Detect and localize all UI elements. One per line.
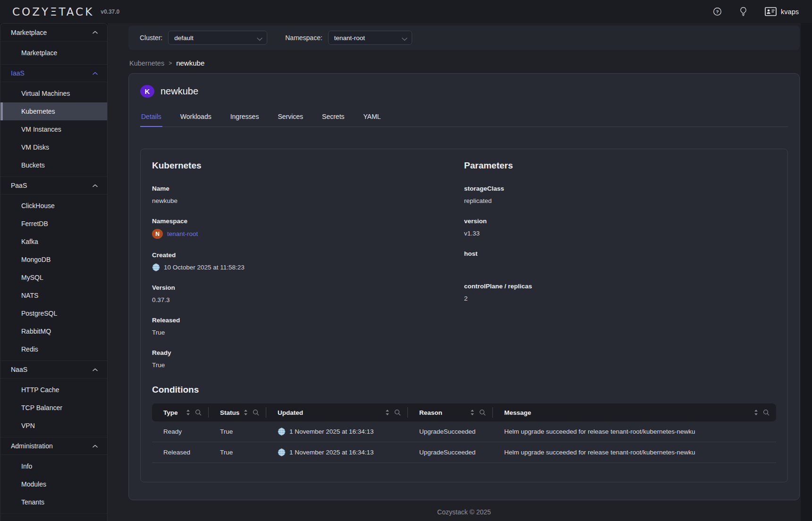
sort-icon[interactable]: [186, 409, 191, 416]
search-icon[interactable]: [479, 409, 486, 416]
chevron-up-icon: [93, 445, 98, 448]
details-grid: Kubernetes Name newkube Namespace N: [152, 160, 776, 382]
details-right-title: Parameters: [464, 160, 776, 171]
user-name: kvaps: [781, 8, 799, 16]
field-ready: Ready True: [152, 349, 464, 369]
sidebar-item-vm-instances[interactable]: VM Instances: [0, 120, 107, 138]
top-header: COZYΞTACK v0.37.0 ? kvaps: [0, 0, 812, 23]
field-value: replicated: [464, 196, 776, 205]
lightbulb-icon[interactable]: [740, 7, 747, 17]
sidebar-section-header-administration[interactable]: Administration: [0, 437, 107, 455]
tab-details[interactable]: Details: [140, 109, 162, 127]
field-label: Ready: [152, 349, 464, 356]
field-label: Created: [152, 252, 464, 259]
sort-icon[interactable]: [385, 409, 390, 416]
help-icon[interactable]: ?: [713, 7, 722, 16]
sidebar-item-clickhouse[interactable]: ClickHouse: [0, 197, 107, 215]
sidebar-item-ferretdb[interactable]: FerretDB: [0, 215, 107, 233]
sidebar-item-http-cache[interactable]: HTTP Cache: [0, 381, 107, 399]
cell-status: True: [209, 449, 266, 456]
sidebar-section-iaas: IaaS Virtual Machines Kubernetes VM Inst…: [0, 64, 107, 176]
field-label: Name: [152, 185, 464, 192]
field-storageclass: storageClass replicated: [464, 185, 776, 205]
sidebar-divider: [0, 513, 107, 516]
sort-icon[interactable]: [243, 409, 248, 416]
sort-icon[interactable]: [470, 409, 475, 416]
footer-copyright: Cozystack © 2025: [128, 500, 800, 521]
namespace-link[interactable]: tenant-root: [167, 230, 198, 237]
sort-icon[interactable]: [753, 409, 759, 416]
details-left-column: Kubernetes Name newkube Namespace N: [152, 160, 464, 382]
namespace-label: Namespace:: [285, 34, 322, 42]
chevron-down-icon: [257, 35, 262, 42]
cell-status: True: [209, 428, 266, 435]
cluster-select[interactable]: default: [168, 31, 267, 45]
tab-workloads[interactable]: Workloads: [179, 109, 212, 127]
sidebar-item-kafka[interactable]: Kafka: [0, 233, 107, 251]
field-released: Released True: [152, 317, 464, 336]
sidebar-item-tenants[interactable]: Tenants: [0, 493, 107, 511]
chevron-up-icon: [93, 72, 98, 75]
namespace-select[interactable]: tenant-root: [328, 31, 412, 45]
sidebar-item-mysql[interactable]: MySQL: [0, 269, 107, 286]
sidebar-item-marketplace[interactable]: Marketplace: [0, 44, 107, 62]
tab-services[interactable]: Services: [277, 109, 304, 127]
sidebar-section-header-marketplace[interactable]: Marketplace: [0, 24, 107, 42]
sidebar-item-tcp-balancer[interactable]: TCP Balancer: [0, 399, 107, 417]
table-row[interactable]: Ready True 1 November 2025 at 16:34:13 U…: [152, 421, 776, 442]
sidebar-item-vm-disks[interactable]: VM Disks: [0, 138, 107, 156]
field-value: [464, 261, 776, 270]
chevron-up-icon: [93, 31, 98, 34]
sidebar-item-virtual-machines[interactable]: Virtual Machines: [0, 84, 107, 102]
column-label: Type: [163, 409, 178, 416]
sidebar-section-header-iaas[interactable]: IaaS: [0, 64, 107, 82]
namespace-badge-icon: N: [152, 229, 163, 239]
details-panel: Kubernetes Name newkube Namespace N: [140, 149, 788, 482]
updated-value: 1 November 2025 at 16:34:13: [289, 428, 374, 435]
sidebar-section-marketplace: Marketplace Marketplace: [0, 24, 107, 64]
cell-type: Ready: [152, 428, 209, 435]
column-label: Status: [220, 409, 239, 416]
sidebar-section-paas: PaaS ClickHouse FerretDB Kafka MongoDB M…: [0, 176, 107, 361]
sidebar-item-redis[interactable]: Redis: [0, 340, 107, 358]
tab-ingresses[interactable]: Ingresses: [229, 109, 260, 127]
tab-bar: Details Workloads Ingresses Services Sec…: [140, 109, 788, 127]
sidebar-item-rabbitmq[interactable]: RabbitMQ: [0, 322, 107, 340]
search-icon[interactable]: [253, 409, 259, 416]
sidebar-item-nats[interactable]: NATS: [0, 286, 107, 304]
sidebar-item-vpn[interactable]: VPN: [0, 417, 107, 435]
column-label: Updated: [278, 409, 303, 416]
breadcrumb-kubernetes-link[interactable]: Kubernetes: [129, 59, 164, 67]
field-value: 10 October 2025 at 11:58:23: [152, 263, 464, 271]
chevron-up-icon: [93, 368, 98, 371]
table-row[interactable]: Released True 1 November 2025 at 16:34:1…: [152, 442, 776, 463]
sidebar-section-header-paas[interactable]: PaaS: [0, 176, 107, 194]
field-label: Namespace: [152, 218, 464, 225]
tab-yaml[interactable]: YAML: [363, 109, 382, 127]
field-value: 2: [464, 294, 776, 303]
field-value: N tenant-root: [152, 229, 464, 239]
sidebar-item-mongodb[interactable]: MongoDB: [0, 251, 107, 269]
namespace-select-value: tenant-root: [334, 34, 365, 42]
sidebar-item-buckets[interactable]: Buckets: [0, 156, 107, 174]
sidebar-item-info[interactable]: Info: [0, 457, 107, 475]
column-header-reason: Reason: [408, 407, 493, 418]
sidebar-item-postgresql[interactable]: PostgreSQL: [0, 304, 107, 322]
sidebar-item-kubernetes[interactable]: Kubernetes: [0, 102, 107, 120]
search-icon[interactable]: [763, 409, 770, 416]
details-right-column: Parameters storageClass replicated versi…: [464, 160, 776, 382]
field-k8s-version: version v1.33: [464, 218, 776, 237]
user-menu[interactable]: kvaps: [765, 7, 799, 16]
cell-message: Helm upgrade succeeded for release tenan…: [493, 449, 776, 456]
tab-secrets[interactable]: Secrets: [321, 109, 345, 127]
sidebar-item-modules[interactable]: Modules: [0, 475, 107, 493]
main-surface: Cluster: default Namespace: tenant-root …: [108, 23, 801, 521]
context-filter-bar: Cluster: default Namespace: tenant-root: [128, 25, 800, 50]
details-left-title: Kubernetes: [152, 160, 464, 171]
page-title: newkube: [161, 86, 198, 97]
search-icon[interactable]: [394, 409, 401, 416]
sidebar-section-header-naas[interactable]: NaaS: [0, 361, 107, 378]
card-title-row: K newkube: [140, 85, 788, 98]
field-created: Created 10 October 2025 at 11:58:23: [152, 252, 464, 271]
search-icon[interactable]: [195, 409, 202, 416]
